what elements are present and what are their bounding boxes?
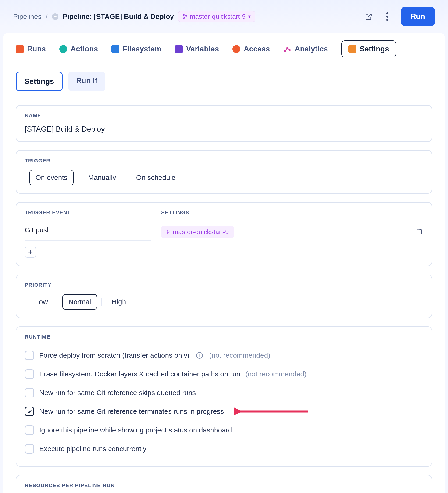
runtime-option-ignore-dashboard[interactable]: Ignore this pipeline while showing proje… <box>25 421 423 439</box>
actions-icon <box>59 45 67 53</box>
checkbox[interactable] <box>25 388 34 397</box>
trigger-on-schedule[interactable]: On schedule <box>131 170 181 185</box>
trigger-label: TRIGGER <box>25 158 423 164</box>
tab-variables[interactable]: Variables <box>175 45 219 53</box>
svg-point-0 <box>183 14 184 15</box>
branch-icon <box>183 14 187 19</box>
breadcrumb-current: Pipeline: [STAGE] Build & Deploy <box>63 13 174 21</box>
resources-card: RESOURCES PER PIPELINE RUN Workspace def… <box>16 475 432 493</box>
svg-point-5 <box>386 19 388 21</box>
priority-label: PRIORITY <box>25 282 423 288</box>
check-icon <box>27 409 32 414</box>
branch-tag[interactable]: master-quickstart-9 <box>161 226 234 238</box>
trigger-event-label: TRIGGER EVENT <box>25 210 151 216</box>
tab-settings[interactable]: Settings <box>341 40 396 57</box>
variables-icon <box>175 45 183 53</box>
subtab-run-if[interactable]: Run if <box>68 72 105 91</box>
breadcrumb-root[interactable]: Pipelines <box>13 13 42 21</box>
checkbox[interactable] <box>25 444 34 454</box>
checkbox-checked[interactable] <box>25 407 34 416</box>
chevron-down-icon: ▾ <box>248 13 251 20</box>
trigger-settings-row: master-quickstart-9 <box>161 220 423 245</box>
svg-point-2 <box>186 15 187 16</box>
tab-actions[interactable]: Actions <box>59 45 98 53</box>
priority-normal[interactable]: Normal <box>62 294 97 310</box>
svg-point-4 <box>386 15 388 17</box>
sub-tabs: Settings Run if <box>16 72 432 91</box>
runtime-label: RUNTIME <box>25 334 423 340</box>
open-external-icon[interactable] <box>363 11 374 22</box>
priority-card: PRIORITY Low Normal High <box>16 275 432 318</box>
filesystem-icon <box>111 45 119 53</box>
pipeline-status-icon <box>52 13 58 20</box>
runtime-option-force-deploy[interactable]: Force deploy from scratch (transfer acti… <box>25 346 423 365</box>
trigger-on-events[interactable]: On events <box>29 170 74 185</box>
name-card: NAME [STAGE] Build & Deploy <box>16 105 432 142</box>
runtime-option-erase-filesystem[interactable]: Erase filesystem, Docker layers & cached… <box>25 365 423 383</box>
more-menu-icon[interactable] <box>382 11 393 22</box>
main-tabs: Runs Actions Filesystem Variables Access… <box>3 33 445 64</box>
add-trigger-button[interactable]: + <box>25 246 36 258</box>
tab-runs[interactable]: Runs <box>16 45 46 53</box>
analytics-icon <box>283 45 291 53</box>
resources-label: RESOURCES PER PIPELINE RUN <box>25 482 423 489</box>
trigger-event-row[interactable]: Git push <box>25 220 151 241</box>
subtab-settings[interactable]: Settings <box>16 72 63 91</box>
runs-icon <box>16 45 24 53</box>
settings-icon <box>349 45 356 53</box>
checkbox[interactable] <box>25 426 34 435</box>
run-button[interactable]: Run <box>401 7 435 26</box>
trigger-settings-label: SETTINGS <box>161 210 423 216</box>
name-label: NAME <box>25 113 423 119</box>
info-icon[interactable]: i <box>196 352 203 359</box>
branch-icon <box>166 230 171 234</box>
breadcrumb: Pipelines / Pipeline: [STAGE] Build & De… <box>13 11 255 22</box>
tab-access[interactable]: Access <box>232 45 270 53</box>
svg-point-9 <box>167 230 168 231</box>
priority-low[interactable]: Low <box>29 295 54 309</box>
tab-filesystem[interactable]: Filesystem <box>111 45 161 53</box>
not-recommended-label: (not recommended) <box>209 351 271 359</box>
access-icon <box>232 45 240 53</box>
not-recommended-label: (not recommended) <box>245 370 306 378</box>
svg-point-11 <box>169 231 170 232</box>
tab-analytics[interactable]: Analytics <box>283 45 328 53</box>
annotation-arrow <box>234 407 308 416</box>
delete-trigger-icon[interactable] <box>416 228 423 236</box>
breadcrumb-separator: / <box>46 13 48 21</box>
checkbox[interactable] <box>25 370 34 379</box>
branch-selector[interactable]: master-quickstart-9 ▾ <box>178 11 255 22</box>
runtime-option-skip-queued[interactable]: New run for same Git reference skips que… <box>25 383 423 402</box>
runtime-card: RUNTIME Force deploy from scratch (trans… <box>16 326 432 467</box>
name-value[interactable]: [STAGE] Build & Deploy <box>25 125 423 134</box>
runtime-option-concurrent[interactable]: Execute pipeline runs concurrently <box>25 439 423 458</box>
checkbox[interactable] <box>25 351 34 360</box>
trigger-card: TRIGGER On events Manually On schedule <box>16 150 432 194</box>
trigger-event-card: TRIGGER EVENT Git push + SETTINGS master… <box>16 202 432 266</box>
trigger-manually[interactable]: Manually <box>82 170 122 185</box>
priority-high[interactable]: High <box>106 295 132 309</box>
runtime-option-terminate-in-progress[interactable]: New run for same Git reference terminate… <box>25 402 423 421</box>
svg-point-3 <box>386 12 388 14</box>
